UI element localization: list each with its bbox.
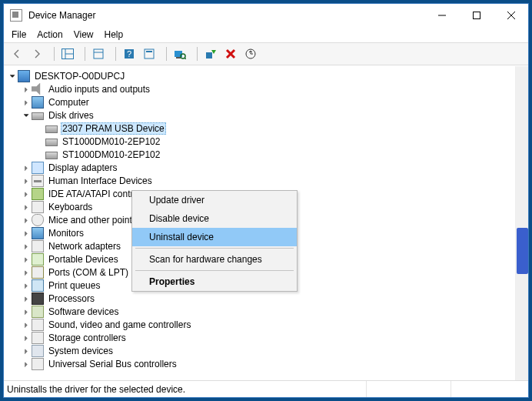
expand-arrow-icon[interactable]: ⏵	[21, 99, 32, 106]
status-text: Uninstalls the driver for the selected d…	[7, 381, 367, 397]
tree-category[interactable]: ⏵Software devices	[7, 305, 515, 318]
svg-line-16	[185, 58, 186, 59]
expand-arrow-icon[interactable]: ⏵	[21, 242, 32, 250]
sound-icon	[32, 319, 44, 331]
expand-arrow-icon[interactable]: ⏷	[7, 72, 18, 80]
content-area: ⏷DESKTOP-O0DUPCJ⏵Audio inputs and output…	[4, 65, 528, 380]
hid-icon	[32, 175, 44, 187]
tree-item-label: Audio inputs and outputs	[47, 84, 151, 95]
expand-arrow-icon[interactable]: ⏵	[21, 269, 32, 276]
action-button[interactable]	[141, 45, 158, 62]
printer-icon	[32, 279, 44, 292]
menu-help[interactable]: Help	[105, 29, 124, 40]
expand-arrow-icon[interactable]: ⏵	[21, 164, 32, 172]
expand-arrow-icon[interactable]: ⏵	[21, 347, 32, 355]
port-icon	[32, 266, 44, 279]
update-driver-button[interactable]	[242, 45, 259, 62]
enable-device-button[interactable]	[202, 45, 219, 62]
svg-rect-11	[145, 49, 154, 58]
tree-device[interactable]: ST1000DM010-2EP102	[7, 135, 515, 148]
tree-item-label: System devices	[47, 346, 115, 356]
titlebar[interactable]: Device Manager	[4, 4, 528, 27]
show-hide-tree-button[interactable]	[59, 45, 76, 62]
expand-arrow-icon[interactable]: ⏵	[21, 203, 32, 211]
tree-item-label: Ports (COM & LPT)	[47, 267, 130, 278]
svg-rect-12	[146, 51, 152, 52]
disk-icon	[45, 139, 58, 146]
context-menu: Update driver Disable device Uninstall d…	[131, 190, 298, 292]
toolbar-separator	[193, 47, 198, 61]
scroll-thumb[interactable]	[517, 228, 528, 274]
tree-item-label: Human Interface Devices	[47, 175, 154, 186]
toolbar: ?	[4, 42, 528, 65]
tree-category[interactable]: ⏷Disk drives	[7, 109, 515, 122]
expand-arrow-icon[interactable]: ⏵	[21, 282, 32, 289]
ctx-update-driver[interactable]: Update driver	[132, 191, 297, 209]
svg-rect-17	[206, 52, 212, 58]
tree-category[interactable]: ⏵Universal Serial Bus controllers	[7, 357, 515, 370]
menu-view[interactable]: View	[74, 29, 94, 40]
expand-arrow-icon[interactable]: ⏵	[21, 308, 32, 316]
tree-category[interactable]: ⏵Processors	[7, 292, 515, 305]
forward-button[interactable]	[28, 45, 45, 62]
root-icon	[18, 70, 30, 82]
expand-arrow-icon[interactable]: ⏵	[21, 334, 32, 342]
tree-item-label: Universal Serial Bus controllers	[47, 359, 178, 369]
scan-hardware-button[interactable]	[171, 45, 188, 62]
sw-icon	[32, 306, 44, 318]
toolbar-separator	[50, 47, 55, 61]
svg-rect-7	[94, 49, 103, 58]
maximize-button[interactable]	[459, 4, 494, 27]
tree-category[interactable]: ⏵Sound, video and game controllers	[7, 318, 515, 331]
tree-item-label: ST1000DM010-2EP102	[61, 136, 161, 147]
expand-arrow-icon[interactable]: ⏵	[21, 256, 32, 263]
menubar: File Action View Help	[4, 27, 528, 42]
uninstall-device-button[interactable]	[222, 45, 239, 62]
menu-action[interactable]: Action	[37, 29, 62, 40]
tree-category[interactable]: ⏵Audio inputs and outputs	[7, 82, 515, 95]
properties-button[interactable]	[90, 45, 107, 62]
ctx-disable-device[interactable]: Disable device	[132, 209, 297, 228]
tree-category[interactable]: ⏵Storage controllers	[7, 331, 515, 344]
vertical-scrollbar[interactable]	[515, 66, 528, 380]
expand-arrow-icon[interactable]: ⏵	[21, 177, 32, 185]
expand-arrow-icon[interactable]: ⏵	[21, 295, 32, 302]
expand-arrow-icon[interactable]: ⏵	[21, 190, 32, 198]
back-button[interactable]	[8, 45, 25, 62]
ctx-scan-hardware[interactable]: Scan for hardware changes	[132, 250, 297, 269]
tree-item-label: Keyboards	[47, 202, 94, 212]
menu-file[interactable]: File	[12, 29, 26, 40]
expand-arrow-icon[interactable]: ⏵	[21, 360, 32, 368]
expand-arrow-icon[interactable]: ⏷	[21, 112, 32, 119]
tree-item-label: 2307 PRAM USB Device	[61, 122, 166, 135]
ctx-separator	[135, 248, 294, 249]
tree-category[interactable]: ⏵Display adapters	[7, 161, 515, 174]
expand-arrow-icon[interactable]: ⏵	[21, 216, 32, 224]
usb-icon	[32, 358, 44, 370]
svg-text:?: ?	[127, 49, 131, 58]
ctx-uninstall-device[interactable]: Uninstall device	[132, 228, 297, 246]
tree-device[interactable]: ST1000DM010-2EP102	[7, 148, 515, 161]
tree-root[interactable]: ⏷DESKTOP-O0DUPCJ	[7, 69, 515, 82]
tree-category[interactable]: ⏵System devices	[7, 344, 515, 357]
expand-arrow-icon[interactable]: ⏵	[21, 321, 32, 329]
device-manager-window: Device Manager File Action View Help ? ⏷…	[3, 3, 529, 398]
help-button[interactable]: ?	[121, 45, 138, 62]
tree-item-label: Storage controllers	[47, 332, 128, 343]
tree-item-label: Portable Devices	[47, 254, 120, 265]
tree-category[interactable]: ⏵Human Interface Devices	[7, 174, 515, 187]
expand-arrow-icon[interactable]: ⏵	[21, 229, 32, 237]
toolbar-separator	[111, 47, 116, 61]
expand-arrow-icon[interactable]: ⏵	[21, 85, 32, 93]
tree-item-label: Sound, video and game controllers	[47, 319, 192, 330]
display-icon	[32, 162, 44, 174]
tree-category[interactable]: ⏵Computer	[7, 95, 515, 109]
minimize-button[interactable]	[424, 4, 459, 27]
tree-device[interactable]: 2307 PRAM USB Device	[7, 122, 515, 135]
tree-item-label: Display adapters	[47, 162, 118, 173]
cpu-icon	[32, 292, 44, 305]
close-button[interactable]	[494, 4, 528, 27]
ctx-properties[interactable]: Properties	[132, 272, 297, 291]
app-icon	[10, 9, 22, 22]
audio-icon	[32, 83, 44, 95]
